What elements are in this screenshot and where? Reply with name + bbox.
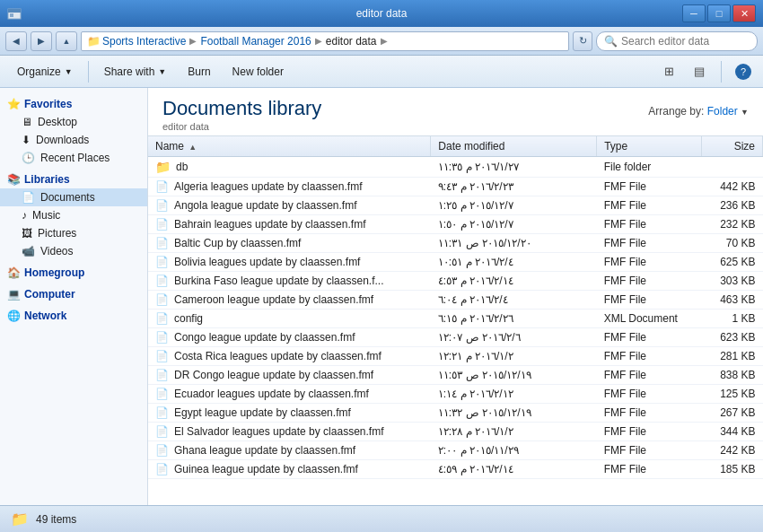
maximize-button[interactable]: □ <box>707 4 731 22</box>
table-row[interactable]: 📄 Baltic Cup by claassen.fmf ٢٠١٥/١٢/٢٠ … <box>148 234 763 253</box>
computer-header[interactable]: 💻 Computer <box>0 285 147 303</box>
music-label: Music <box>32 209 60 222</box>
sidebar-item-music[interactable]: ♪ Music <box>0 206 147 224</box>
breadcrumb-fm2016[interactable]: Football Manager 2016 <box>200 35 311 48</box>
share-with-button[interactable]: Share with ▼ <box>94 59 177 84</box>
title-bar: editor data ─ □ ✕ <box>0 0 763 27</box>
network-label: Network <box>24 310 66 322</box>
table-row[interactable]: 📄 Egypt league update by claassen.fmf ٢٠… <box>148 404 763 423</box>
file-type: FMF File <box>597 234 701 253</box>
help-button[interactable]: ? <box>731 61 756 83</box>
table-row[interactable]: 📄 Ecuador leagues update by claassen.fmf… <box>148 385 763 404</box>
search-input[interactable] <box>621 35 756 48</box>
file-name: db <box>176 161 188 173</box>
new-folder-button[interactable]: New folder <box>223 59 294 84</box>
breadcrumb-sports-interactive[interactable]: Sports Interactive <box>102 35 186 48</box>
file-name: Ghana league update by claassen.fmf <box>174 444 355 457</box>
refresh-button[interactable]: ↻ <box>573 31 592 51</box>
search-icon: 🔍 <box>604 35 618 48</box>
sidebar-item-pictures[interactable]: 🖼 Pictures <box>0 224 147 242</box>
file-name-cell: 📄 Bahrain leagues update by claassen.fmf <box>148 215 431 234</box>
sidebar-item-recent-places[interactable]: 🕒 Recent Places <box>0 149 147 167</box>
table-row[interactable]: 📄 Costa Rica leagues update by claassen.… <box>148 347 763 366</box>
table-row[interactable]: 📁 db ٢٠١٦/١/٢٧ م ١١:٣٥ File folder <box>148 157 763 178</box>
network-header[interactable]: 🌐 Network <box>0 307 147 325</box>
fmf-icon: 📄 <box>155 444 169 457</box>
organize-label: Organize <box>17 65 61 78</box>
file-name-cell: 📄 Baltic Cup by claassen.fmf <box>148 234 431 253</box>
col-size-label: Size <box>734 140 755 153</box>
col-size[interactable]: Size <box>701 136 762 157</box>
videos-label: Videos <box>40 245 73 257</box>
file-name-cell: 📄 Cameroon league update by claassen.fmf <box>148 291 431 310</box>
documents-label: Documents <box>40 191 95 204</box>
view-toggle-button[interactable]: ▤ <box>687 61 712 83</box>
file-name: config <box>174 312 203 325</box>
pictures-icon: 🖼 <box>22 227 32 240</box>
file-name: Ecuador leagues update by claassen.fmf <box>174 388 369 400</box>
file-date: ٢٠١٦/٢/٦ ص ١٢:٠٧ <box>431 328 597 347</box>
col-date[interactable]: Date modified <box>431 136 597 157</box>
sidebar: ⭐ Favorites 🖥 Desktop ⬇ Downloads 🕒 Rece… <box>0 88 148 505</box>
window-title: editor data <box>0 7 763 20</box>
fmf-icon: 📄 <box>155 406 169 419</box>
file-name: Algeria leagues update by claassen.fmf <box>174 180 362 193</box>
col-name[interactable]: Name ▲ <box>148 136 431 157</box>
arrange-by-value[interactable]: Folder <box>707 105 738 118</box>
table-row[interactable]: 📄 Congo league update by claassen.fmf ٢٠… <box>148 328 763 347</box>
file-name-cell: 📄 Bolivia leagues update by claassen.fmf <box>148 253 431 272</box>
sidebar-item-desktop[interactable]: 🖥 Desktop <box>0 113 147 131</box>
toolbar: Organize ▼ Share with ▼ Burn New folder … <box>0 56 763 88</box>
file-type: FMF File <box>597 196 701 215</box>
file-type: FMF File <box>597 272 701 291</box>
svg-rect-1 <box>8 9 21 13</box>
close-button[interactable]: ✕ <box>732 4 756 22</box>
table-row[interactable]: 📄 DR Congo league update by claassen.fmf… <box>148 366 763 385</box>
videos-icon: 📹 <box>22 245 35 257</box>
computer-section: 💻 Computer <box>0 285 147 303</box>
table-row[interactable]: 📄 Algeria leagues update by claassen.fmf… <box>148 178 763 196</box>
homegroup-header[interactable]: 🏠 Homegroup <box>0 264 147 282</box>
file-name: Guinea league update by claassen.fmf <box>174 463 358 475</box>
sidebar-item-videos[interactable]: 📹 Videos <box>0 242 147 260</box>
desktop-label: Desktop <box>38 116 77 128</box>
file-date: ٢٠١٦/٢/٤ م ١٠:٥١ <box>431 253 597 272</box>
sidebar-item-downloads[interactable]: ⬇ Downloads <box>0 131 147 149</box>
file-date: ٢٠١٥/١٢/٧ م ١:٢٥ <box>431 196 597 215</box>
file-name: DR Congo league update by claassen.fmf <box>174 369 373 381</box>
file-type: FMF File <box>597 178 701 196</box>
help-icon: ? <box>735 64 751 80</box>
table-row[interactable]: 📄 Guinea league update by claassen.fmf ٢… <box>148 460 763 479</box>
file-list: 📁 db ٢٠١٦/١/٢٧ م ١١:٣٥ File folder 📄 Alg… <box>148 157 763 479</box>
table-row[interactable]: 📄 Cameroon league update by claassen.fmf… <box>148 291 763 310</box>
file-date: ٢٠١٦/١/٢ م ١٢:٢١ <box>431 347 597 366</box>
table-row[interactable]: 📄 Burkina Faso league update by claassen… <box>148 272 763 291</box>
up-button[interactable]: ▲ <box>56 31 77 51</box>
table-row[interactable]: 📄 Bahrain leagues update by claassen.fmf… <box>148 215 763 234</box>
burn-button[interactable]: Burn <box>178 59 220 84</box>
libraries-header[interactable]: 📚 Libraries <box>0 170 147 188</box>
table-row[interactable]: 📄 config ٢٠١٦/٢/٢٦ م ٦:١٥ XML Document 1… <box>148 310 763 328</box>
organize-button[interactable]: Organize ▼ <box>7 59 83 84</box>
table-row[interactable]: 📄 Ghana league update by claassen.fmf ٢٠… <box>148 441 763 460</box>
sidebar-item-documents[interactable]: 📄 Documents <box>0 188 147 206</box>
favorites-header[interactable]: ⭐ Favorites <box>0 95 147 113</box>
table-row[interactable]: 📄 Angola league update by claassen.fmf ٢… <box>148 196 763 215</box>
file-name: Angola league update by claassen.fmf <box>174 199 356 212</box>
table-row[interactable]: 📄 Bolivia leagues update by claassen.fmf… <box>148 253 763 272</box>
table-row[interactable]: 📄 El Salvador leagues update by claassen… <box>148 423 763 441</box>
file-table-wrapper[interactable]: Name ▲ Date modified Type Size <box>148 136 763 505</box>
file-size: 303 KB <box>701 272 762 291</box>
breadcrumb-editor-data[interactable]: editor data <box>326 35 377 48</box>
file-size: 442 KB <box>701 178 762 196</box>
file-type: FMF File <box>597 328 701 347</box>
minimize-button[interactable]: ─ <box>682 4 706 22</box>
back-button[interactable]: ◀ <box>5 31 27 51</box>
homegroup-label: Homegroup <box>24 266 84 279</box>
view-details-button[interactable]: ⊞ <box>656 61 681 83</box>
file-name: Burkina Faso league update by claassen.f… <box>174 275 383 287</box>
forward-button[interactable]: ▶ <box>31 31 52 51</box>
search-box[interactable]: 🔍 <box>596 31 758 51</box>
breadcrumb[interactable]: 📁 Sports Interactive ▶ Football Manager … <box>81 31 569 51</box>
col-type[interactable]: Type <box>597 136 701 157</box>
